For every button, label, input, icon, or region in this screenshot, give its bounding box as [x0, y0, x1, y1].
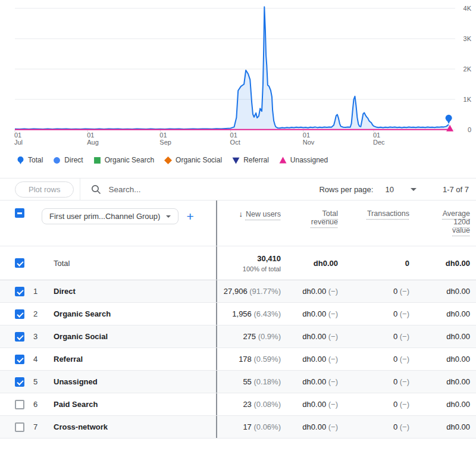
cell-total-revenue: dh0.00 (−) [282, 422, 338, 431]
table-row-unassigned[interactable]: 5Unassigned55 (0.18%)dh0.00 (−)0 (−)dh0.… [0, 371, 476, 393]
table-row-organic-search[interactable]: 2Organic Search1,956 (6.43%)dh0.00 (−)0 … [0, 303, 476, 325]
time-series-chart[interactable]: 01K2K3K4K01Jul01Aug01Sep01Oct01Nov01Dec [0, 0, 476, 149]
toolbar-divider [80, 178, 80, 201]
channel-name: Direct [54, 287, 216, 296]
table-row-cross-network[interactable]: 7Cross-network17 (0.06%)dh0.00 (−)0 (−)d… [0, 416, 476, 439]
row-index: 6 [33, 400, 54, 409]
cell-total-revenue: dh0.00 (−) [282, 287, 338, 296]
row-index: 1 [33, 287, 54, 296]
svg-text:Dec: Dec [373, 139, 385, 146]
cell-average-120d-value: dh0.00 [409, 400, 476, 409]
legend-label: Organic Search [105, 156, 154, 164]
chevron-down-icon[interactable] [411, 188, 416, 191]
channel-name: Organic Search [54, 309, 216, 318]
row-checkbox[interactable] [15, 422, 24, 432]
total-revenue: dh0.00 [282, 259, 338, 268]
total-new-users: 30,410 100% of total [217, 254, 282, 273]
svg-text:Aug: Aug [87, 139, 99, 146]
triangle-down-icon [232, 156, 240, 164]
row-index: 3 [33, 332, 54, 341]
circle-icon [53, 156, 61, 164]
row-index: 7 [33, 422, 54, 431]
table-row-direct[interactable]: 1Direct27,906 (91.77%)dh0.00 (−)0 (−)dh0… [0, 280, 476, 303]
svg-text:4K: 4K [464, 5, 472, 12]
cell-total-revenue: dh0.00 (−) [282, 309, 338, 318]
total-transactions: 0 [338, 259, 409, 268]
column-header-new-users[interactable]: ↓New users [217, 201, 282, 246]
table-row-paid-search[interactable]: 6Paid Search23 (0.08%)dh0.00 (−)0 (−)dh0… [0, 393, 476, 416]
cell-new-users: 275 (0.9%) [217, 332, 282, 341]
chart-legend: TotalDirectOrganic SearchOrganic SocialR… [0, 154, 476, 167]
cell-average-120d-value: dh0.00 [409, 422, 476, 431]
users-over-time-chart-section: 01K2K3K4K01Jul01Aug01Sep01Oct01Nov01Dec … [0, 0, 476, 167]
svg-text:2K: 2K [464, 65, 472, 73]
rows-per-page-label: Rows per page: [319, 185, 373, 194]
svg-text:Jul: Jul [14, 139, 23, 146]
total-average-value: dh0.00 [409, 259, 476, 268]
table-search [91, 184, 256, 195]
channel-name: Referral [54, 355, 216, 364]
total-row-checkbox[interactable] [15, 258, 24, 268]
chart-series-lines [15, 7, 449, 130]
svg-text:Sep: Sep [159, 139, 171, 146]
row-checkbox[interactable] [15, 332, 24, 342]
legend-label: Referral [243, 156, 269, 164]
legend-label: Organic Social [176, 156, 222, 164]
chart-gridlines [15, 8, 455, 132]
svg-text:01: 01 [159, 131, 167, 139]
column-label: Transactions [367, 209, 409, 218]
column-header-transactions[interactable]: Transactions [338, 201, 409, 246]
table-toolbar: Plot rows Rows per page: 10 1-7 of 7 [0, 178, 476, 201]
channel-name: Unassigned [54, 377, 216, 386]
pagination-controls: Rows per page: 10 1-7 of 7 [319, 185, 476, 194]
total-end-marker [446, 115, 452, 121]
column-header-average-120d-value[interactable]: Average 120d value [409, 201, 476, 246]
legend-item-total[interactable]: Total [17, 156, 43, 164]
row-checkbox[interactable] [15, 355, 24, 364]
channel-name: Cross-network [54, 422, 216, 431]
legend-item-organic-search[interactable]: Organic Search [93, 156, 154, 164]
cell-average-120d-value: dh0.00 [409, 332, 476, 341]
legend-item-unassigned[interactable]: Unassigned [279, 156, 328, 164]
cell-new-users: 55 (0.18%) [217, 377, 282, 386]
table-body: 1Direct27,906 (91.77%)dh0.00 (−)0 (−)dh0… [0, 280, 476, 439]
svg-text:01: 01 [303, 131, 310, 139]
column-label: Total revenue [307, 209, 338, 226]
rows-per-page-value[interactable]: 10 [385, 185, 393, 194]
table-row-organic-social[interactable]: 3Organic Social275 (0.9%)dh0.00 (−)0 (−)… [0, 325, 476, 348]
table-row-referral[interactable]: 4Referral178 (0.59%)dh0.00 (−)0 (−)dh0.0… [0, 348, 476, 371]
sort-descending-icon: ↓ [239, 209, 243, 218]
cell-transactions: 0 (−) [338, 422, 409, 431]
select-all-checkbox[interactable] [15, 208, 24, 218]
row-checkbox[interactable] [15, 287, 24, 296]
legend-label: Direct [64, 156, 83, 164]
svg-text:1K: 1K [464, 96, 472, 103]
svg-text:Oct: Oct [230, 139, 240, 146]
legend-item-organic-social[interactable]: Organic Social [164, 156, 222, 164]
cell-new-users: 27,906 (91.77%) [217, 287, 282, 296]
column-label: Average 120d value [437, 209, 470, 234]
svg-text:01: 01 [14, 131, 21, 139]
row-checkbox[interactable] [15, 377, 24, 387]
table-header-row: First user prim...Channel Group) + ↓New … [0, 201, 476, 246]
add-dimension-button[interactable]: + [186, 210, 193, 223]
legend-item-direct[interactable]: Direct [53, 156, 83, 164]
column-header-total-revenue[interactable]: Total revenue [282, 201, 338, 246]
row-checkbox[interactable] [15, 400, 24, 409]
cell-new-users: 17 (0.06%) [217, 422, 282, 431]
channel-name: Organic Social [54, 332, 216, 341]
dimension-selector[interactable]: First user prim...Channel Group) [42, 208, 178, 224]
search-input[interactable] [107, 184, 256, 195]
cell-total-revenue: dh0.00 (−) [282, 377, 338, 386]
cell-total-revenue: dh0.00 (−) [282, 332, 338, 341]
row-checkbox[interactable] [15, 309, 24, 319]
cell-new-users: 178 (0.59%) [217, 355, 282, 364]
triangle-up-icon [279, 156, 287, 164]
svg-text:3K: 3K [464, 35, 472, 42]
cell-total-revenue: dh0.00 (−) [282, 355, 338, 364]
legend-item-referral[interactable]: Referral [232, 156, 269, 164]
cell-transactions: 0 (−) [338, 309, 409, 318]
plot-rows-button[interactable]: Plot rows [15, 181, 74, 198]
total-label: Total [54, 259, 216, 268]
svg-text:Nov: Nov [303, 139, 315, 146]
